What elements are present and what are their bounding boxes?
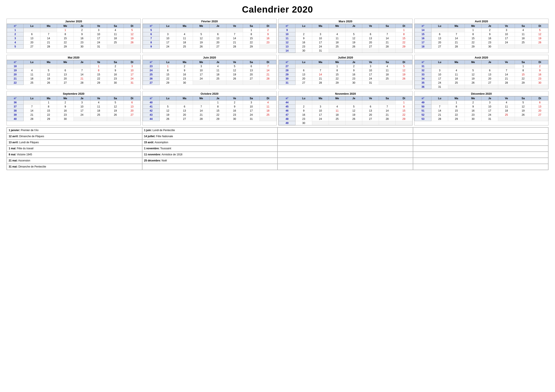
- day-cell: 19: [40, 77, 57, 81]
- day-header: Ma: [40, 24, 57, 28]
- day-header: Ve: [226, 60, 243, 64]
- month-title: Novembre 2020: [278, 91, 412, 96]
- day-cell: [329, 121, 346, 125]
- day-cell: [312, 28, 329, 32]
- day-header: n°: [415, 96, 431, 101]
- day-cell: 31: [90, 45, 107, 49]
- day-header: Je: [346, 60, 362, 64]
- day-cell: 20: [210, 41, 226, 45]
- holiday-cell: [278, 146, 413, 152]
- holiday-cell: [278, 164, 413, 170]
- week-number: 5: [143, 28, 160, 32]
- week-number: 34: [415, 77, 431, 81]
- day-cell: 7: [260, 64, 277, 68]
- day-cell: 28: [498, 81, 515, 85]
- day-cell: 5: [346, 105, 362, 109]
- day-cell: 30: [57, 117, 74, 121]
- day-cell: 14: [431, 109, 448, 113]
- day-cell: 20: [243, 73, 260, 77]
- holiday-cell: [413, 146, 548, 152]
- month-block: Août 2020n°LuMaMeJeVeSaDi311232345678933…: [414, 55, 548, 89]
- day-cell: 30: [176, 81, 193, 85]
- day-cell: 12: [346, 36, 362, 41]
- month-table: n°LuMaMeJeVeSaDi181231945678910201112131…: [7, 60, 140, 85]
- day-cell: [260, 81, 277, 85]
- day-cell: 2: [260, 28, 277, 32]
- holiday-cell: [278, 133, 413, 139]
- day-cell: [379, 121, 396, 125]
- week-number: 12: [279, 41, 295, 45]
- day-cell: 15: [396, 36, 412, 41]
- week-number: 49: [279, 121, 295, 125]
- day-header: Di: [124, 96, 140, 101]
- day-cell: 26: [396, 77, 412, 81]
- day-cell: 1: [396, 28, 412, 32]
- day-cell: 3: [312, 105, 329, 109]
- day-header: Sa: [243, 96, 260, 101]
- day-cell: 16: [107, 73, 124, 77]
- month-table: n°LuMaMeJeVeSaDi512634567897101112131415…: [143, 24, 277, 49]
- holiday-row: 1 mai: Fête du travail1 novembre: Toussa…: [7, 146, 548, 152]
- week-number: 19: [7, 68, 24, 73]
- week-number: 9: [279, 28, 295, 32]
- holiday-cell: 12 avril: Dimanche de Pâques: [7, 133, 142, 139]
- day-cell: [379, 81, 396, 85]
- day-header: n°: [143, 60, 160, 64]
- day-cell: 20: [431, 41, 448, 45]
- day-cell: 24: [312, 117, 329, 121]
- day-cell: [431, 101, 448, 105]
- holiday-cell: [142, 164, 278, 170]
- day-header: Lu: [160, 60, 176, 64]
- holiday-cell: [278, 139, 413, 146]
- day-cell: 26: [226, 77, 243, 81]
- day-header: Ve: [90, 60, 107, 64]
- day-cell: 30: [295, 121, 312, 125]
- day-cell: 12: [515, 105, 532, 109]
- day-cell: 27: [24, 45, 40, 49]
- day-cell: [193, 28, 210, 32]
- month-block: Janvier 2020n°LuMaMeJeVeSaDi112345267891…: [7, 19, 141, 53]
- day-header: Ve: [362, 96, 379, 101]
- day-cell: 3: [90, 28, 107, 32]
- week-number: 40: [143, 101, 160, 105]
- day-cell: [74, 117, 90, 121]
- day-header: Me: [329, 96, 346, 101]
- day-header: Je: [74, 96, 90, 101]
- week-number: 44: [143, 117, 160, 121]
- day-cell: 9: [532, 68, 548, 73]
- holiday-cell: 1 novembre: Toussaint: [142, 146, 278, 152]
- day-cell: [160, 28, 176, 32]
- holiday-row: 1 janvier: Premier de l'An1 juin: Lundi …: [7, 127, 548, 133]
- day-cell: 14: [498, 73, 515, 77]
- holiday-cell: 1 juin: Lundi de Pentecôte: [142, 127, 278, 133]
- day-cell: [210, 28, 226, 32]
- day-cell: 13: [362, 36, 379, 41]
- day-cell: 23: [295, 45, 312, 49]
- day-header: Me: [193, 60, 210, 64]
- day-cell: 20: [57, 77, 74, 81]
- day-header: n°: [279, 60, 295, 64]
- day-cell: 23: [226, 113, 243, 117]
- month-title: Octobre 2020: [143, 91, 277, 96]
- week-number: 33: [415, 73, 431, 77]
- day-cell: 30: [532, 81, 548, 85]
- holiday-cell: 13 avril: Lundi de Pâques: [7, 139, 142, 146]
- day-cell: 25: [107, 41, 124, 45]
- day-header: Sa: [515, 96, 532, 101]
- day-cell: 3: [482, 101, 498, 105]
- day-header: Sa: [379, 24, 396, 28]
- day-cell: 6: [431, 32, 448, 36]
- day-cell: [379, 49, 396, 53]
- holiday-cell: [413, 158, 548, 164]
- day-cell: 13: [124, 105, 140, 109]
- day-cell: 19: [346, 113, 362, 117]
- day-cell: [74, 64, 90, 68]
- day-cell: 21: [193, 113, 210, 117]
- week-number: 9: [143, 45, 160, 49]
- month-title: Mai 2020: [7, 55, 140, 60]
- day-cell: [193, 81, 210, 85]
- day-cell: 10: [482, 105, 498, 109]
- day-cell: 22: [160, 77, 176, 81]
- day-cell: 10: [160, 36, 176, 41]
- day-cell: 24: [74, 113, 90, 117]
